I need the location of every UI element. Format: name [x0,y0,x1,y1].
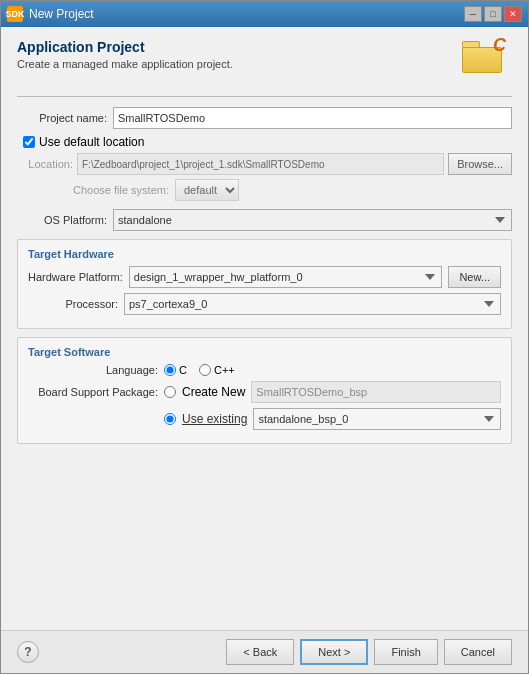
header-text: Application Project Create a managed mak… [17,39,233,70]
browse-button[interactable]: Browse... [448,153,512,175]
header-divider [17,96,512,97]
close-button[interactable]: ✕ [504,6,522,22]
default-location-label: Use default location [39,135,144,149]
content-spacer [17,452,512,618]
default-location-checkbox[interactable] [23,136,35,148]
create-new-radio[interactable] [164,386,176,398]
language-cpp-option: C++ [199,364,235,376]
dialog-title: Application Project [17,39,233,55]
dialog-content: Application Project Create a managed mak… [1,27,528,630]
location-row: Location: Browse... [17,153,512,175]
bsp-label: Board Support Package: [28,386,158,398]
dialog-header: Application Project Create a managed mak… [17,39,512,84]
minimize-button[interactable]: ─ [464,6,482,22]
folder-icon: C [462,39,504,73]
sdk-icon: SDK [7,6,23,22]
window-title: New Project [29,7,458,21]
bsp-create-row: Board Support Package: Create New [28,381,501,403]
language-radio-group: C C++ [164,364,235,376]
new-hardware-button[interactable]: New... [448,266,501,288]
processor-row: Processor: ps7_cortexa9_0 [28,293,501,315]
language-c-option: C [164,364,187,376]
filesystem-label: Choose file system: [73,184,169,196]
target-hardware-section: Target Hardware Hardware Platform: desig… [17,239,512,329]
use-existing-select[interactable]: standalone_bsp_0 [253,408,501,430]
finish-button[interactable]: Finish [374,639,437,665]
hardware-platform-label: Hardware Platform: [28,271,123,283]
language-c-radio[interactable] [164,364,176,376]
project-name-label: Project name: [17,112,107,124]
header-icon: C [462,39,512,84]
target-software-title: Target Software [28,346,501,358]
default-location-row: Use default location [23,135,512,149]
window-controls: ─ □ ✕ [464,6,522,22]
title-bar: SDK New Project ─ □ ✕ [1,1,528,27]
c-icon: C [493,35,506,56]
next-button[interactable]: Next > [300,639,368,665]
project-name-input[interactable] [113,107,512,129]
target-software-section: Target Software Language: C C++ Boa [17,337,512,444]
processor-select[interactable]: ps7_cortexa9_0 [124,293,501,315]
hardware-platform-select[interactable]: design_1_wrapper_hw_platform_0 [129,266,443,288]
use-existing-radio[interactable] [164,413,176,425]
hardware-platform-row: Hardware Platform: design_1_wrapper_hw_p… [28,266,501,288]
main-window: SDK New Project ─ □ ✕ Application Projec… [0,0,529,674]
cancel-button[interactable]: Cancel [444,639,512,665]
help-button[interactable]: ? [17,641,39,663]
use-existing-row: Use existing standalone_bsp_0 [28,408,501,430]
language-c-label: C [179,364,187,376]
os-platform-select[interactable]: standalone [113,209,512,231]
maximize-button[interactable]: □ [484,6,502,22]
target-hardware-title: Target Hardware [28,248,501,260]
language-cpp-radio[interactable] [199,364,211,376]
os-platform-label: OS Platform: [17,214,107,226]
project-name-row: Project name: [17,107,512,129]
create-new-label: Create New [182,385,245,399]
dialog-footer: ? < Back Next > Finish Cancel [1,630,528,673]
location-label: Location: [17,158,73,170]
use-existing-label: Use existing [182,412,247,426]
filesystem-select[interactable]: default [175,179,239,201]
filesystem-row: Choose file system: default [73,179,512,201]
processor-label: Processor: [28,298,118,310]
back-button[interactable]: < Back [226,639,294,665]
os-platform-row: OS Platform: standalone [17,209,512,231]
language-row: Language: C C++ [28,364,501,376]
language-cpp-label: C++ [214,364,235,376]
dialog-subtitle: Create a managed make application projec… [17,58,233,70]
location-input[interactable] [77,153,444,175]
language-label: Language: [28,364,158,376]
bsp-name-input[interactable] [251,381,501,403]
